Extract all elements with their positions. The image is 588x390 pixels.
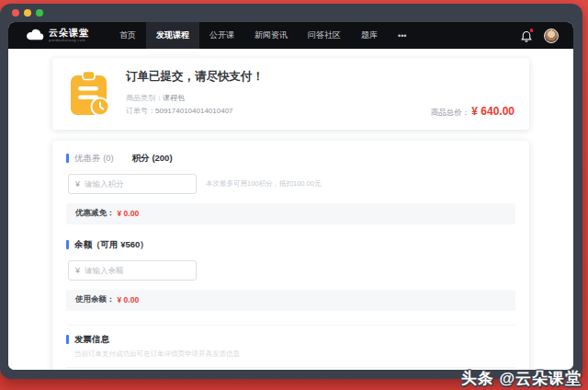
order-head-text: 订单已提交，请尽快支付！ 商品类别：课程包 订单号：50917401040140… <box>126 69 264 119</box>
order-page: 订单已提交，请尽快支付！ 商品类别：课程包 订单号：50917401040140… <box>8 49 573 370</box>
blue-accent-bar <box>66 240 69 249</box>
order-category-value: 课程包 <box>163 94 185 102</box>
points-input-row: ¥ 本次最多可用100积分，抵扣100.00元 <box>68 174 515 194</box>
points-input[interactable] <box>85 179 189 189</box>
page-content: 云朵课堂 yunduoketang.com 首页 发现课程 公开课 新闻资讯 问… <box>8 22 573 370</box>
points-input-box: ¥ <box>68 174 197 194</box>
tab-points[interactable]: 积分 (200) <box>132 153 173 165</box>
discount-value: ¥ 0.00 <box>118 209 140 218</box>
close-button[interactable] <box>12 9 19 17</box>
order-number-value: 5091740104014010407 <box>155 107 233 115</box>
top-navbar: 云朵课堂 yunduoketang.com 首页 发现课程 公开课 新闻资讯 问… <box>8 22 573 49</box>
used-balance-value: ¥ 0.00 <box>118 295 140 304</box>
balance-input-box: ¥ <box>68 260 197 281</box>
order-total-label: 商品总价： <box>431 108 470 117</box>
used-balance-label: 使用余额： <box>75 294 115 305</box>
balance-input[interactable] <box>85 266 189 275</box>
balance-section: 余额（可用 ¥560） ¥ 使用余额： ¥ 0.00 <box>66 239 515 311</box>
nav-item-discover-courses[interactable]: 发现课程 <box>146 22 199 49</box>
used-balance-bar: 使用余额： ¥ 0.00 <box>66 290 515 311</box>
blue-accent-bar <box>66 335 69 344</box>
discount-label: 优惠减免： <box>75 208 115 219</box>
invoice-section-header: 发票信息 <box>66 334 515 346</box>
notification-dot <box>530 29 534 32</box>
nav-right <box>521 22 573 49</box>
nav-item-qa-community[interactable]: 问答社区 <box>298 22 351 49</box>
order-number-label: 订单号： <box>126 107 155 115</box>
logo-subtext: yunduoketang.com <box>49 39 89 42</box>
yen-prefix: ¥ <box>75 266 80 275</box>
balance-input-row: ¥ <box>68 260 515 281</box>
payment-footer: 本人已接受 《专为程序员设计的高等数学课购买协议》 说明：请优先使用优惠再签署协… <box>66 367 515 370</box>
window-titlebar <box>0 4 582 22</box>
invoice-hint: 当前订单支付成功后可在订单详情页申请开具发票信息 <box>74 350 515 359</box>
payment-options-card: 优惠券 (0) 积分 (200) ¥ 本次最多可用100积分，抵扣100.00元… <box>52 141 529 370</box>
zoom-button[interactable] <box>36 9 43 17</box>
tab-coupon[interactable]: 优惠券 (0) <box>74 153 114 165</box>
order-category-row: 商品类别：课程包 <box>126 92 264 105</box>
nav-menu: 首页 发现课程 公开课 新闻资讯 问答社区 题库 ••• <box>109 22 416 49</box>
notification-bell-icon[interactable] <box>521 29 532 41</box>
order-total-price: ¥ 640.00 <box>471 105 514 118</box>
blue-accent-bar <box>66 154 69 163</box>
nav-item-open-courses[interactable]: 公开课 <box>199 22 244 49</box>
order-title: 订单已提交，请尽快支付！ <box>126 69 264 85</box>
nav-item-question-bank[interactable]: 题库 <box>351 22 388 49</box>
site-logo[interactable]: 云朵课堂 yunduoketang.com <box>25 22 89 49</box>
order-clipboard-clock-icon <box>67 70 111 118</box>
browser-window: 云朵课堂 yunduoketang.com 首页 发现课程 公开课 新闻资讯 问… <box>0 4 582 379</box>
minimize-button[interactable] <box>24 9 31 17</box>
points-hint: 本次最多可用100积分，抵扣100.00元 <box>206 179 321 189</box>
nav-item-more[interactable]: ••• <box>388 22 416 49</box>
order-total-row: 商品总价：¥ 640.00 <box>431 105 514 119</box>
nav-item-news[interactable]: 新闻资讯 <box>244 22 298 49</box>
nav-item-home[interactable]: 首页 <box>109 22 146 49</box>
logo-text: 云朵课堂 <box>49 29 89 38</box>
order-number-row: 订单号：5091740104014010407 <box>126 105 264 118</box>
points-section: 优惠券 (0) 积分 (200) ¥ 本次最多可用100积分，抵扣100.00元… <box>66 153 515 224</box>
invoice-title: 发票信息 <box>74 334 109 346</box>
cloud-logo-icon <box>25 28 44 44</box>
discount-bar: 优惠减免： ¥ 0.00 <box>66 203 515 224</box>
order-submitted-card: 订单已提交，请尽快支付！ 商品类别：课程包 订单号：50917401040140… <box>52 58 529 130</box>
yen-prefix: ¥ <box>75 179 80 189</box>
balance-section-header: 余额（可用 ¥560） <box>66 239 515 251</box>
invoice-section: 发票信息 当前订单支付成功后可在订单详情页申请开具发票信息 <box>66 325 515 359</box>
balance-title: 余额（可用 ¥560） <box>74 239 149 251</box>
order-category-label: 商品类别： <box>126 94 163 102</box>
points-section-header: 优惠券 (0) 积分 (200) <box>66 153 515 165</box>
user-avatar[interactable] <box>544 29 559 43</box>
